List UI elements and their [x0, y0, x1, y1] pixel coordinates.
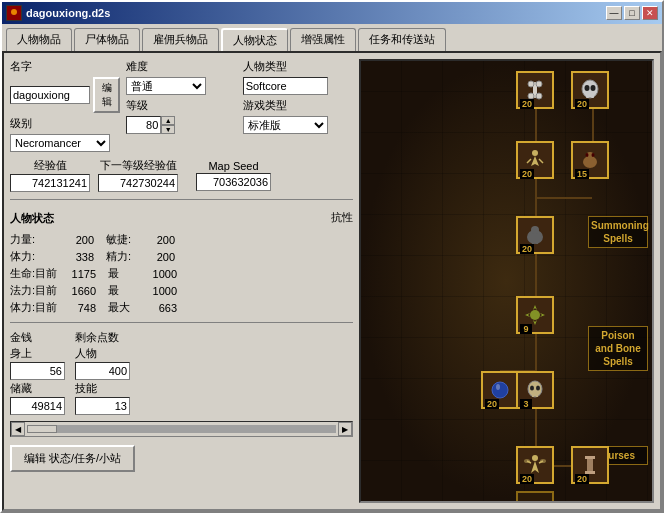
svg-point-24: [528, 381, 542, 397]
stat-value2-4: 663: [142, 302, 177, 314]
svg-point-18: [531, 226, 539, 234]
stat-label-3: 法力:目前: [10, 283, 57, 298]
skull-count: 20: [575, 99, 589, 109]
skill-node-bone3[interactable]: 3: [516, 371, 554, 409]
stat-label2-1: 精力:: [106, 249, 136, 264]
connector-6: [535, 333, 537, 371]
scroll-right-button[interactable]: ▶: [338, 422, 352, 436]
svg-point-26: [536, 386, 540, 391]
skill-node-poison1[interactable]: 9: [516, 296, 554, 334]
svg-point-16: [592, 153, 595, 157]
skill-node-summon2[interactable]: 15: [571, 141, 609, 179]
connector-1: [535, 109, 537, 141]
difficulty-input-row: 普通: [126, 77, 236, 95]
grade-input-row: ▲ ▼: [126, 116, 236, 134]
svg-point-4: [591, 85, 596, 91]
tab-items[interactable]: 人物物品: [6, 28, 72, 51]
chartype-input-row: [243, 77, 353, 95]
resist-label: 抗性: [331, 210, 353, 225]
name-input-row: 编辑: [10, 77, 120, 113]
svg-point-9: [536, 81, 542, 87]
chartype-label: 人物类型: [243, 59, 287, 74]
svg-point-1: [11, 9, 17, 15]
close-button[interactable]: ✕: [642, 6, 658, 20]
summon3-count: 20: [520, 244, 534, 254]
stash-input[interactable]: [10, 397, 65, 415]
connector-2: [592, 109, 594, 141]
level-select[interactable]: Necromancer: [10, 134, 110, 152]
scroll-left-button[interactable]: ◀: [11, 422, 25, 436]
stat-label2-4: 最大: [108, 300, 138, 315]
bone1-count: 20: [520, 99, 534, 109]
skill-node-lower2[interactable]: 20: [571, 446, 609, 484]
poison-bone-spells-label: Poisonand BoneSpells: [588, 326, 648, 371]
svg-point-11: [536, 93, 542, 99]
stash-label: 储藏: [10, 381, 65, 396]
scrollbar[interactable]: ◀ ▶: [10, 421, 353, 437]
tab-body[interactable]: 尸体物品: [74, 28, 140, 51]
connector-8: [535, 409, 537, 446]
stat-row-1: 体力: 338 精力: 200: [10, 249, 353, 264]
stat-value-3: 1660: [61, 285, 96, 297]
difficulty-select[interactable]: 普通: [126, 77, 206, 95]
left-panel: 名字 编辑 级别 Necromancer: [10, 59, 353, 503]
remain-input[interactable]: [75, 362, 130, 380]
chartype-input[interactable]: [243, 77, 328, 95]
next-exp-input[interactable]: [98, 174, 178, 192]
stat-label-4: 体力:目前: [10, 300, 57, 315]
grade-down-button[interactable]: ▼: [161, 125, 175, 134]
body-money-sublabel: 身上: [10, 346, 65, 361]
body-money-label: 金钱: [10, 330, 65, 345]
mapseed-input[interactable]: [196, 173, 271, 191]
stat-label2-2: 最: [108, 266, 138, 281]
stat-value-1: 338: [59, 251, 94, 263]
stat-value-0: 200: [59, 234, 94, 246]
tab-attrs[interactable]: 增强属性: [290, 28, 356, 51]
tab-status[interactable]: 人物状态: [221, 28, 288, 51]
gametype-row: 游戏类型: [243, 98, 353, 113]
tab-hire[interactable]: 雇佣兵物品: [142, 28, 219, 51]
name-row: 名字: [10, 59, 120, 74]
edit-status-button[interactable]: 编辑 状态/任务/小站: [10, 445, 135, 472]
grade-input[interactable]: [126, 116, 161, 134]
skill-node-summon3[interactable]: 20: [516, 216, 554, 254]
stat-value-2: 1175: [61, 268, 96, 280]
stat-label2-3: 最: [108, 283, 138, 298]
svg-rect-5: [586, 94, 589, 98]
bone2-count: 20: [485, 399, 499, 409]
grade-up-button[interactable]: ▲: [161, 116, 175, 125]
grade-spinner-buttons: ▲ ▼: [161, 116, 175, 134]
app-icon: [6, 5, 22, 21]
gametype-input-row: 标准版: [243, 116, 353, 134]
exp-input[interactable]: [10, 174, 90, 192]
svg-point-22: [492, 382, 508, 398]
maximize-button[interactable]: □: [624, 6, 640, 20]
tab-bar: 人物物品 尸体物品 雇佣兵物品 人物状态 增强属性 任务和传送站: [2, 24, 662, 51]
name-input[interactable]: [10, 86, 90, 104]
gametype-select[interactable]: 标准版: [243, 116, 328, 134]
skill-node-bone2[interactable]: 20: [481, 371, 519, 409]
skill-node-raise1[interactable]: 20: [516, 141, 554, 179]
summoning-spells-label: SummoningSpells: [588, 216, 648, 248]
body-money-input[interactable]: [10, 362, 65, 380]
skill-node-empty[interactable]: [516, 491, 554, 503]
svg-rect-20: [536, 239, 538, 244]
stat-value2-0: 200: [140, 234, 175, 246]
scrollbar-thumb[interactable]: [27, 425, 57, 433]
skill-input[interactable]: [75, 397, 130, 415]
minimize-button[interactable]: —: [606, 6, 622, 20]
svg-point-8: [528, 81, 534, 87]
svg-point-23: [496, 384, 500, 390]
tab-quest[interactable]: 任务和传送站: [358, 28, 446, 51]
skill-node-lower1[interactable]: 20: [516, 446, 554, 484]
exp-label: 经验值: [34, 158, 67, 173]
stat-row-0: 力量: 200 敏捷: 200: [10, 232, 353, 247]
skill-node-bone1[interactable]: 20: [516, 71, 554, 109]
gametype-label: 游戏类型: [243, 98, 287, 113]
remain-sublabel: 人物: [75, 346, 130, 361]
edit-name-button[interactable]: 编辑: [93, 77, 120, 113]
grade-label: 等级: [126, 98, 156, 113]
skill-node-skull[interactable]: 20: [571, 71, 609, 109]
svg-point-3: [585, 85, 590, 91]
level-input-row: Necromancer: [10, 134, 120, 152]
